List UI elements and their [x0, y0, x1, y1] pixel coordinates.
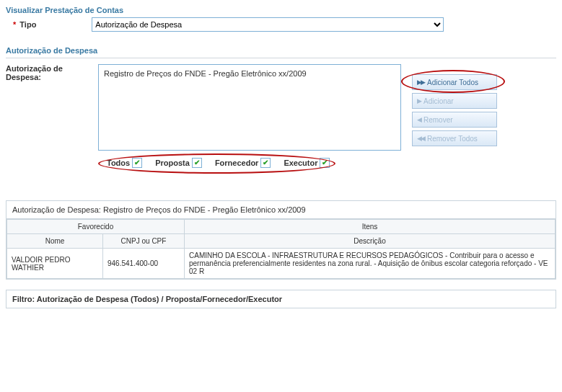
cell-cnpj: 946.541.400-00 — [103, 249, 185, 279]
check-icon: ✔ — [192, 158, 202, 168]
adicionar-todos-button[interactable]: ▶▶ Adicionar Todos — [412, 74, 497, 90]
auth-list-item[interactable]: Registro de Preços do FNDE - Pregão Elet… — [102, 68, 398, 79]
results-panel-header: Autorização de Despesa: Registro de Preç… — [6, 201, 556, 219]
check-icon: ✔ — [132, 158, 142, 168]
tipo-select[interactable]: Autorização de Despesa — [92, 17, 444, 32]
play-left-icon: ◀ — [417, 116, 421, 123]
tipo-field-label: Tipo — [19, 20, 84, 29]
check-todos[interactable]: Todos ✔ — [107, 158, 142, 168]
auth-listbox[interactable]: Registro de Preços do FNDE - Pregão Elet… — [98, 64, 401, 151]
results-panel: Autorização de Despesa: Registro de Preç… — [6, 200, 556, 280]
section-title: Autorização de Despesa — [6, 46, 556, 55]
check-fornecedor[interactable]: Fornecedor ✔ — [215, 158, 271, 168]
adicionar-label: Adicionar — [423, 97, 454, 105]
fast-forward-icon: ▶▶ — [417, 79, 424, 86]
page-title: Visualizar Prestação de Contas — [6, 6, 556, 14]
col-descricao: Descrição — [185, 234, 556, 249]
rewind-icon: ◀◀ — [417, 135, 424, 142]
adicionar-button[interactable]: ▶ Adicionar — [412, 93, 497, 109]
check-icon: ✔ — [320, 158, 330, 168]
results-table: Favorecido Itens Nome CNPJ ou CPF Descri… — [6, 219, 556, 279]
remover-button[interactable]: ◀ Remover — [412, 112, 497, 128]
check-todos-label: Todos — [107, 159, 130, 167]
check-proposta-label: Proposta — [155, 159, 190, 167]
remover-todos-button[interactable]: ◀◀ Remover Todos — [412, 130, 497, 146]
col-nome: Nome — [7, 234, 103, 249]
col-cnpj: CNPJ ou CPF — [103, 234, 185, 249]
cell-nome: VALDOIR PEDRO WATHIER — [7, 249, 103, 279]
remover-label: Remover — [423, 116, 453, 124]
filter-bar: Filtro: Autorização de Despesa (Todos) /… — [6, 290, 556, 308]
play-icon: ▶ — [417, 97, 421, 104]
tipo-label: * Tipo — [13, 20, 84, 29]
check-executor-label: Executor — [284, 159, 317, 167]
col-favorecido: Favorecido — [7, 220, 185, 234]
check-proposta[interactable]: Proposta ✔ — [155, 158, 202, 168]
remover-todos-label: Remover Todos — [427, 135, 478, 143]
check-executor[interactable]: Executor ✔ — [284, 158, 330, 168]
cell-descricao: CAMINHO DA ESCOLA - INFRAESTRUTURA E REC… — [185, 249, 556, 279]
table-row: VALDOIR PEDRO WATHIER 946.541.400-00 CAM… — [7, 249, 556, 279]
check-fornecedor-label: Fornecedor — [215, 159, 259, 167]
check-icon: ✔ — [260, 158, 271, 168]
adicionar-todos-label: Adicionar Todos — [427, 79, 478, 86]
auth-label: Autorização de Despesa: — [6, 64, 98, 81]
required-asterisk: * — [13, 20, 16, 29]
col-itens: Itens — [185, 220, 556, 234]
